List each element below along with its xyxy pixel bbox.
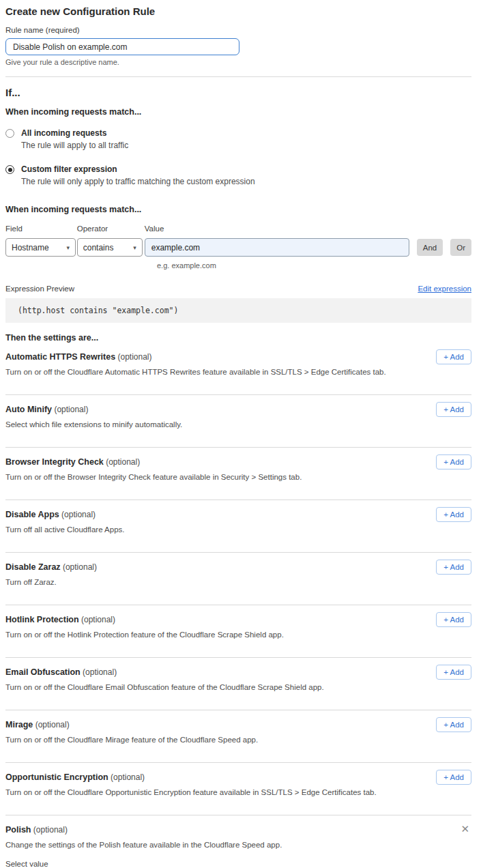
add-setting-button[interactable]: + Add [436, 507, 471, 522]
setting-description: Turn off all active Cloudflare Apps. [5, 525, 471, 534]
value-label: Value [145, 225, 409, 233]
add-setting-button[interactable]: + Add [436, 402, 471, 417]
chevron-down-icon: ▾ [66, 244, 70, 251]
add-setting-button[interactable]: + Add [436, 454, 471, 469]
expression-preview-label: Expression Preview [5, 285, 74, 293]
rule-name-label: Rule name (required) [5, 26, 471, 34]
then-settings-heading: Then the settings are... [5, 333, 471, 343]
setting-title: Browser Integrity Check [5, 457, 104, 467]
setting-description: Turn on or off the Hotlink Protection fe… [5, 631, 471, 639]
setting-description: Turn on or off the Cloudflare Mirage fea… [5, 736, 471, 744]
add-setting-button[interactable]: + Add [436, 612, 471, 627]
setting-row-disable-zaraz: Disable Zaraz (optional) Turn off Zaraz.… [5, 553, 471, 605]
if-heading: If... [5, 87, 471, 98]
optional-label: (optional) [111, 772, 145, 782]
setting-row-browser-integrity-check: Browser Integrity Check (optional) Turn … [5, 448, 471, 500]
setting-row-automatic-https-rewrites: Automatic HTTPS Rewrites (optional) Turn… [5, 343, 471, 395]
add-setting-button[interactable]: + Add [436, 560, 471, 575]
chevron-down-icon: ▾ [133, 244, 136, 251]
operator-label: Operator [77, 225, 145, 233]
expression-builder-row: Field Hostname ▾ Operator contains ▾ Val… [5, 225, 471, 257]
setting-row-auto-minify: Auto Minify (optional) Select which file… [5, 395, 471, 448]
setting-title: Disable Zaraz [5, 562, 61, 572]
field-label: Field [5, 225, 77, 233]
setting-description: Turn on or off the Cloudflare Automatic … [5, 368, 471, 377]
matcher-heading: When incoming requests match... [5, 205, 471, 214]
rule-name-input[interactable] [5, 38, 239, 55]
radio-option-custom-filter[interactable]: Custom filter expression The rule will o… [5, 164, 471, 186]
edit-expression-link[interactable]: Edit expression [418, 285, 471, 293]
value-input[interactable] [145, 238, 409, 257]
or-button[interactable]: Or [450, 239, 471, 256]
field-select-value: Hostname [12, 243, 49, 252]
operator-select-value: contains [83, 243, 114, 252]
optional-label: (optional) [83, 667, 117, 677]
setting-row-disable-apps: Disable Apps (optional) Turn off all act… [5, 500, 471, 553]
optional-label: (optional) [54, 405, 88, 414]
create-configuration-rule-form: Create new Configuration Rule Rule name … [0, 0, 481, 868]
optional-label: (optional) [117, 352, 151, 362]
add-setting-button[interactable]: + Add [436, 665, 471, 680]
setting-description: Select which file extensions to minify a… [5, 420, 471, 429]
setting-title: Auto Minify [5, 405, 52, 414]
setting-title: Hotlink Protection [5, 615, 79, 624]
field-select[interactable]: Hostname ▾ [5, 238, 76, 257]
setting-row-opportunistic-encryption: Opportunistic Encryption (optional) Turn… [5, 763, 471, 815]
page-title: Create new Configuration Rule [5, 5, 471, 17]
setting-description: Change the settings of the Polish featur… [5, 841, 471, 850]
add-setting-button[interactable]: + Add [436, 349, 471, 364]
optional-label: (optional) [35, 720, 70, 729]
optional-label: (optional) [106, 457, 140, 467]
setting-title: Automatic HTTPS Rewrites [5, 352, 115, 362]
radio-label: Custom filter expression [21, 164, 255, 174]
radio-option-all-incoming[interactable]: All incoming requests The rule will appl… [5, 128, 471, 150]
incoming-requests-heading: When incoming requests match... [5, 107, 471, 117]
close-icon[interactable]: ✕ [461, 824, 469, 834]
setting-title: Email Obfuscation [5, 667, 81, 677]
and-button[interactable]: And [417, 239, 443, 256]
setting-row-email-obfuscation: Email Obfuscation (optional) Turn on or … [5, 658, 471, 710]
setting-title: Polish [5, 825, 31, 835]
optional-label: (optional) [63, 562, 97, 572]
setting-row-hotlink-protection: Hotlink Protection (optional) Turn on or… [5, 605, 471, 658]
divider [5, 76, 471, 77]
setting-description: Turn on or off the Browser Integrity Che… [5, 473, 471, 482]
setting-description: Turn off Zaraz. [5, 578, 471, 587]
radio-description: The rule will apply to all traffic [21, 141, 128, 150]
setting-description: Turn on or off the Cloudflare Opportunis… [5, 788, 471, 797]
select-value-label: Select value [5, 860, 471, 868]
radio-label: All incoming requests [21, 128, 128, 138]
operator-select[interactable]: contains ▾ [77, 238, 143, 257]
setting-title: Mirage [5, 720, 33, 729]
setting-title: Disable Apps [5, 510, 59, 519]
add-setting-button[interactable]: + Add [436, 770, 471, 785]
optional-label: (optional) [33, 825, 68, 835]
radio-unselected-icon[interactable] [5, 129, 14, 138]
optional-label: (optional) [61, 510, 96, 519]
radio-selected-icon[interactable] [5, 165, 14, 174]
rule-name-helper: Give your rule a descriptive name. [5, 58, 471, 66]
setting-row-mirage: Mirage (optional) Turn on or off the Clo… [5, 710, 471, 763]
setting-row-polish: Polish (optional) Change the settings of… [5, 815, 471, 868]
setting-title: Opportunistic Encryption [5, 772, 108, 782]
add-setting-button[interactable]: + Add [436, 717, 471, 732]
optional-label: (optional) [81, 615, 115, 624]
radio-description: The rule will only apply to traffic matc… [21, 177, 255, 186]
expression-preview-code: (http.host contains "example.com") [5, 298, 471, 323]
value-helper: e.g. example.com [157, 261, 471, 270]
setting-description: Turn on or off the Cloudflare Email Obfu… [5, 683, 471, 692]
